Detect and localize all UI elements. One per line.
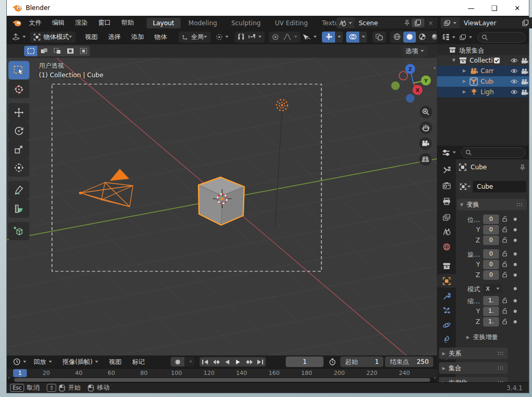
cube-object[interactable] xyxy=(199,177,244,225)
xray-toggle[interactable] xyxy=(372,32,386,43)
scene-unlink-icon[interactable]: × xyxy=(426,19,435,27)
select-set-button[interactable] xyxy=(24,46,37,56)
scene-browse-button[interactable] xyxy=(337,17,354,28)
blender-menu-icon[interactable] xyxy=(12,19,22,27)
shading-wireframe-button[interactable] xyxy=(391,32,403,43)
tab-particles[interactable] xyxy=(437,303,456,317)
hide-eye-icon[interactable] xyxy=(510,79,518,84)
scrollbar-thumb[interactable] xyxy=(14,378,430,382)
location-x-field[interactable]: 0 xyxy=(483,215,499,224)
tool-annotate[interactable] xyxy=(8,181,29,199)
tab-world[interactable] xyxy=(437,240,456,253)
animate-dot[interactable] xyxy=(514,218,517,221)
pivot-dropdown[interactable] xyxy=(214,32,231,43)
rotation-x-field[interactable]: 0 xyxy=(483,249,499,259)
object-id-dropdown[interactable] xyxy=(458,181,473,192)
camera-view-button[interactable] xyxy=(419,137,432,150)
animate-dot[interactable] xyxy=(514,228,517,231)
menu-window[interactable]: 窗口 xyxy=(93,16,116,30)
animate-dot[interactable] xyxy=(514,320,517,323)
menu-view-timeline[interactable]: 视图 xyxy=(103,355,127,368)
tab-physics[interactable] xyxy=(437,318,456,332)
gizmos-toggle[interactable] xyxy=(322,32,335,43)
panel-grip-icon[interactable] xyxy=(497,366,505,370)
properties-search-input[interactable] xyxy=(461,147,526,158)
animate-dot[interactable] xyxy=(514,263,517,266)
scene-name[interactable]: Scene xyxy=(354,19,404,27)
viewlayer-name[interactable]: ViewLayer xyxy=(460,19,519,27)
outliner-editor-type-button[interactable] xyxy=(440,32,457,43)
frame-start-field[interactable]: 起始 1 xyxy=(340,357,383,367)
pan-button[interactable] xyxy=(420,121,432,134)
tab-tool[interactable] xyxy=(437,163,456,177)
tool-transform[interactable] xyxy=(8,158,29,177)
tab-collection-props[interactable] xyxy=(437,259,456,273)
next-keyframe-button[interactable] xyxy=(244,357,255,367)
select-intersect-button[interactable] xyxy=(77,46,90,56)
outliner-row-cube[interactable]: ▶ Cube xyxy=(437,76,529,87)
viewport-3d[interactable]: Z Y X ‹ 用户透视 (1) xyxy=(7,58,437,355)
overlays-dropdown[interactable] xyxy=(359,32,367,43)
gizmo-neg-x-ball[interactable] xyxy=(399,72,408,80)
options-dropdown[interactable]: 选项 xyxy=(402,46,427,57)
render-visibility-icon[interactable] xyxy=(521,58,528,64)
zoom-button[interactable] xyxy=(420,106,432,118)
scroll-left-arrow[interactable]: › xyxy=(8,375,10,381)
lock-icon[interactable] xyxy=(502,308,508,314)
play-button[interactable] xyxy=(233,357,244,367)
auto-key-toggle[interactable] xyxy=(171,357,184,367)
expand-arrow-icon[interactable]: ▶ xyxy=(463,79,466,84)
playhead-marker[interactable]: 1 xyxy=(13,369,27,377)
outliner-search-input[interactable] xyxy=(477,32,526,43)
menu-file[interactable]: 文件 xyxy=(24,16,47,30)
auto-key-dropdown[interactable] xyxy=(184,357,194,367)
tool-rotate[interactable] xyxy=(8,121,29,140)
lock-icon[interactable] xyxy=(502,226,508,232)
rotation-mode-dropdown[interactable]: X xyxy=(483,284,502,293)
timeline-editor-type-button[interactable] xyxy=(11,357,28,368)
scale-z-field[interactable]: 1. xyxy=(483,317,499,327)
menu-keying[interactable]: 抠像(插帧) xyxy=(57,355,103,368)
overlays-toggle[interactable] xyxy=(346,32,359,43)
mode-dropdown[interactable]: 物体模式 xyxy=(30,32,76,43)
render-visibility-icon[interactable] xyxy=(521,79,528,85)
minimize-button[interactable]: — xyxy=(460,0,483,16)
tab-modeling[interactable]: Modeling xyxy=(182,18,224,28)
shading-material-button[interactable] xyxy=(416,32,429,43)
menu-add[interactable]: 添加 xyxy=(126,30,149,44)
orientation-dropdown[interactable]: 全局 xyxy=(179,32,211,43)
tab-scene[interactable] xyxy=(437,225,456,239)
lock-icon[interactable] xyxy=(502,261,508,267)
collections-panel-header[interactable]: ▶ 集合 xyxy=(439,362,508,374)
tab-uv-editing[interactable]: UV Editing xyxy=(268,18,314,28)
outliner-row-camera[interactable]: ▶ Camera xyxy=(437,66,529,76)
tool-cursor[interactable] xyxy=(8,80,29,98)
expand-arrow-icon[interactable]: ▶ xyxy=(463,68,466,73)
sidebar-collapse-arrow[interactable]: ‹ xyxy=(433,64,436,72)
axis-gizmo[interactable]: Z Y X xyxy=(391,64,431,103)
select-extend-button[interactable] xyxy=(37,46,50,56)
orthographic-toggle-button[interactable] xyxy=(419,153,432,166)
menu-select[interactable]: 选择 xyxy=(103,30,126,44)
tab-texture-paint[interactable]: Texture Paint xyxy=(316,18,337,28)
tab-sculpting[interactable]: Sculpting xyxy=(225,18,267,28)
window-titlebar[interactable]: Blender — ❑ ✕ xyxy=(7,0,529,16)
menu-markers[interactable]: 标记 xyxy=(127,355,150,368)
jump-to-start-button[interactable] xyxy=(200,357,211,367)
light-object[interactable] xyxy=(275,100,288,227)
snap-toggle[interactable] xyxy=(236,32,246,43)
menu-help[interactable]: 帮助 xyxy=(116,16,139,30)
menu-object[interactable]: 物体 xyxy=(149,30,172,44)
gizmo-neg-y-ball[interactable] xyxy=(391,82,400,90)
tab-render[interactable] xyxy=(437,179,456,192)
gizmos-dropdown[interactable] xyxy=(335,32,343,43)
animate-dot[interactable] xyxy=(514,252,517,256)
frame-end-field[interactable]: 结束点 250 xyxy=(385,357,433,367)
delta-transform-subpanel[interactable]: ▶ 变换增量 xyxy=(466,333,498,342)
camera-object[interactable] xyxy=(79,169,133,207)
instancing-panel-header[interactable]: ▶ 实例化 xyxy=(439,377,508,382)
outliner-row-light[interactable]: ▶ Light xyxy=(437,87,529,97)
proportional-falloff-dropdown[interactable] xyxy=(281,32,299,43)
menu-render[interactable]: 渲染 xyxy=(70,16,93,30)
tool-select-box[interactable] xyxy=(8,61,29,79)
